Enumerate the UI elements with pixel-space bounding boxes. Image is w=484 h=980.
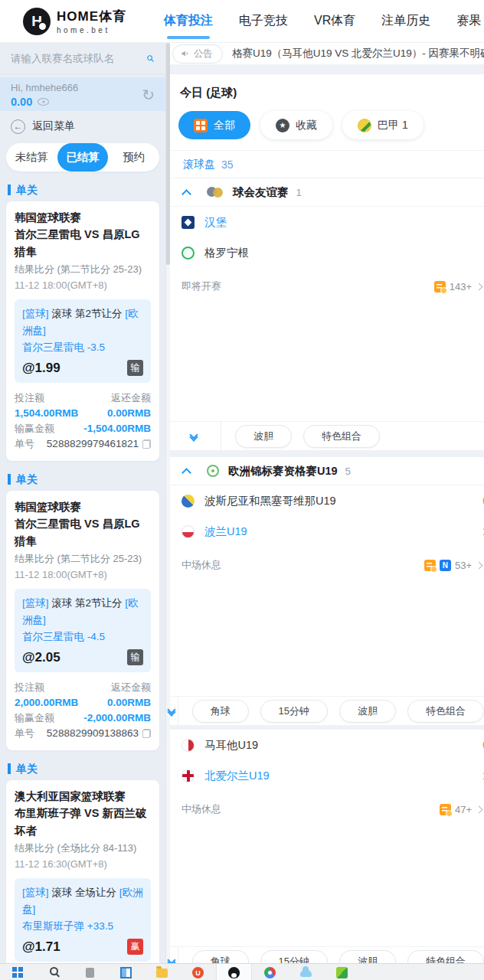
outcome-badge: 输 xyxy=(127,360,143,376)
team-row-away[interactable]: 格罗宁根 xyxy=(166,237,484,268)
market-pill-special-combo[interactable]: 特色组合 xyxy=(303,425,380,448)
taskbar-green-app[interactable] xyxy=(324,964,360,980)
markets-count: 53+ xyxy=(455,560,472,571)
orange-app-icon: U xyxy=(192,967,204,978)
taskbar-search[interactable] xyxy=(36,964,72,980)
green-app-icon xyxy=(336,967,348,978)
search-icon[interactable] xyxy=(146,52,155,65)
folder-icon xyxy=(156,969,168,978)
chevron-up-icon xyxy=(182,468,191,478)
team-row-home[interactable]: 汉堡 xyxy=(166,207,484,237)
file-explorer-button[interactable] xyxy=(144,964,180,980)
qq-penguin-icon xyxy=(228,967,240,978)
single-bet-tag: 单关 xyxy=(8,474,159,485)
nav-sports-betting[interactable]: 体育投注 xyxy=(162,8,214,34)
nav-vr-sports[interactable]: VR体育 xyxy=(312,8,357,34)
league-count: 1 xyxy=(296,187,302,198)
stake-label: 投注额 xyxy=(15,390,44,406)
live-betting-section[interactable]: 滚球盘 35 xyxy=(166,151,484,178)
announcement-bar: 公告 格赛U19（马耳他U19 VS 北爱尔兰U19）- 因赛果不明确，赛果将 xyxy=(166,43,484,65)
refund-value: 0.00RMB xyxy=(107,695,151,710)
chip-all[interactable]: 全部 xyxy=(178,111,250,139)
team-row-home[interactable]: 波斯尼亚和黑塞哥维那U19 0 xyxy=(166,485,484,516)
winloss-label: 输赢金额 xyxy=(15,421,54,436)
collapse-odds-button[interactable] xyxy=(166,422,221,450)
markets-icon xyxy=(434,281,446,292)
league-header-euro-u19[interactable]: 欧洲锦标赛资格赛U19 5 xyxy=(166,457,484,485)
brand-domain: home.bet xyxy=(57,26,126,34)
back-arrow-icon: ← xyxy=(11,119,25,134)
news-badge-icon: N xyxy=(440,560,451,571)
bet-result-score: 结果比分 (全场比分 84-113) xyxy=(15,840,151,856)
bet-pick: 首尔三星雷电 -3.5 xyxy=(22,339,143,356)
search-bar xyxy=(0,43,165,74)
back-to-menu-button[interactable]: ← 返回菜单 xyxy=(11,116,155,137)
tab-settled[interactable]: 已结算 xyxy=(57,143,109,172)
chevron-right-icon xyxy=(476,283,483,290)
taskbar-qq[interactable] xyxy=(216,964,252,980)
bet-pick: 首尔三星雷电 -4.5 xyxy=(22,629,143,645)
refund-label: 返还金额 xyxy=(111,680,151,695)
nav-results[interactable]: 赛果 xyxy=(455,8,482,34)
main-nav: 体育投注 电子竞技 VR体育 注单历史 赛果 xyxy=(162,8,482,34)
team-row-away[interactable]: 波兰U19 1 xyxy=(166,516,484,547)
market-pill-special-combo[interactable]: 特色组合 xyxy=(407,700,484,723)
taskbar-orange-app[interactable]: U xyxy=(180,964,216,980)
league-header-friendlies[interactable]: 球会友谊赛 1 xyxy=(166,178,484,207)
copy-icon[interactable] xyxy=(142,439,151,449)
chevron-right-icon xyxy=(476,805,483,813)
tab-unsettled[interactable]: 未结算 xyxy=(6,143,57,172)
brand-logo[interactable]: H HOME体育 home.bet xyxy=(23,8,162,35)
bet-status-tabs: 未结算 已结算 预约 xyxy=(6,143,159,172)
market-pill-15min[interactable]: 15分钟 xyxy=(260,700,328,723)
market-pill-correct-score[interactable]: 波胆 xyxy=(235,425,292,448)
market-name: 滚球 第2节让分 xyxy=(51,597,122,609)
chip-favorites[interactable]: 收藏 xyxy=(260,111,332,139)
team-row-home[interactable]: 马耳他U19 0 xyxy=(166,730,484,760)
markets-icon xyxy=(424,560,436,571)
tab-reserved[interactable]: 预约 xyxy=(108,143,159,172)
app-window: H HOME体育 home.bet 体育投注 电子竞技 VR体育 注单历史 赛果… xyxy=(0,0,484,980)
stake-value: 2,000.00RMB xyxy=(15,695,78,710)
bet-league: 澳大利亚国家篮球联赛 xyxy=(15,789,151,805)
market-pill-correct-score[interactable]: 波胆 xyxy=(339,700,396,723)
eye-icon[interactable] xyxy=(38,98,49,106)
match-status-row[interactable]: 中场休息 47+ xyxy=(166,791,484,828)
bet-card: 澳大利亚国家篮球联赛 布里斯班子弹 VS 新西兰破坏者 结果比分 (全场比分 8… xyxy=(6,780,159,980)
back-label: 返回菜单 xyxy=(32,119,75,133)
order-label: 单号 xyxy=(15,726,34,741)
brand-title: HOME体育 xyxy=(57,8,126,25)
refresh-icon[interactable]: ↻ xyxy=(142,87,155,103)
bet-odds: @1.99 xyxy=(22,361,60,376)
market-pill-corners[interactable]: 角球 xyxy=(192,700,249,723)
bet-result-score: 结果比分 (第二节比分 25-23) xyxy=(15,261,151,277)
taskbar-cloud-app[interactable] xyxy=(288,964,324,980)
windows-start-icon xyxy=(12,967,24,978)
market-sport-tag: [篮球] xyxy=(22,597,49,609)
match-status-row[interactable]: 中场休息 N 53+ xyxy=(166,547,484,583)
copy-icon[interactable] xyxy=(142,729,151,738)
task-view-button[interactable] xyxy=(108,964,144,980)
taskbar-app[interactable] xyxy=(72,964,108,980)
search-input[interactable] xyxy=(11,53,146,64)
start-button[interactable] xyxy=(0,964,36,980)
bet-card: 韩国篮球联赛 首尔三星雷电 VS 昌原LG猎隼 结果比分 (第二节比分 25-2… xyxy=(6,201,159,461)
team-row-away[interactable]: 北爱尔兰U19 1 xyxy=(166,760,484,791)
bet-teams: 首尔三星雷电 VS 昌原LG猎隼 xyxy=(15,515,151,550)
nav-bet-history[interactable]: 注单历史 xyxy=(380,8,432,34)
markets-count: 47+ xyxy=(455,804,472,815)
taskbar-chrome[interactable] xyxy=(252,964,288,980)
nav-esports[interactable]: 电子竞技 xyxy=(237,8,289,34)
poland-flag-icon xyxy=(182,525,195,538)
chip-league-baja[interactable]: 巴甲 1 xyxy=(342,111,424,139)
announcement-badge: 公告 xyxy=(194,47,213,60)
bet-selection: [篮球] 滚球 第2节让分 [欧洲盘] 首尔三星雷电 -4.5 @2.05 输 xyxy=(15,589,151,672)
top-header: H HOME体育 home.bet 体育投注 电子竞技 VR体育 注单历史 赛果 xyxy=(0,0,484,43)
star-icon xyxy=(276,119,289,132)
filter-chips: 全部 收藏 巴甲 1 xyxy=(166,109,484,151)
match-status-row[interactable]: 即将开赛 143+ xyxy=(166,268,484,305)
user-greeting: Hi, hmhehe666 xyxy=(11,82,78,93)
league-icon xyxy=(207,187,224,198)
winloss-value: -2,000.00RMB xyxy=(83,710,151,726)
grid-icon xyxy=(194,119,208,132)
